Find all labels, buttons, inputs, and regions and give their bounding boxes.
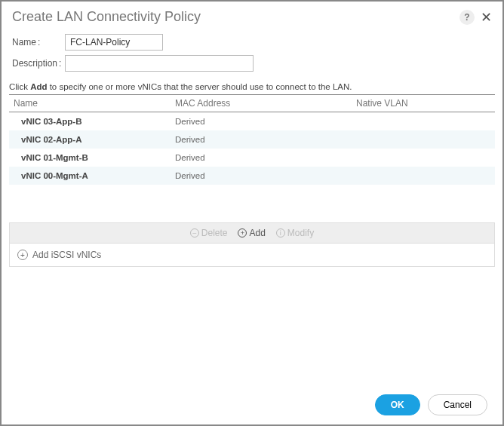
dialog-create-lan-policy: Create LAN Connectivity Policy ? ✕ Name … — [0, 0, 504, 426]
header-name[interactable]: Name — [9, 98, 175, 109]
add-iscsi-label: Add iSCSI vNICs — [32, 250, 101, 260]
instruction-text: Click Add to specify one or more vNICs t… — [2, 81, 502, 93]
cell-name: vNIC 02-App-A — [9, 135, 175, 144]
table-actions-bar: – Delete + Add i Modify — [9, 222, 495, 244]
description-row: Description — [12, 55, 492, 72]
close-icon[interactable]: ✕ — [481, 11, 492, 24]
dialog-footer: OK Cancel — [375, 394, 487, 415]
cell-name: vNIC 01-Mgmt-B — [9, 153, 175, 162]
name-input[interactable] — [65, 34, 163, 51]
dialog-title: Create LAN Connectivity Policy — [12, 9, 459, 25]
instruction-suffix: to specify one or more vNICs that the se… — [47, 82, 352, 91]
description-label: Description — [12, 58, 65, 69]
ok-button[interactable]: OK — [375, 394, 420, 415]
name-row: Name — [12, 34, 492, 51]
instruction-prefix: Click — [9, 82, 30, 91]
delete-icon: – — [190, 228, 199, 238]
cell-mac: Derived — [175, 135, 356, 144]
header-mac[interactable]: MAC Address — [175, 98, 356, 109]
cell-mac: Derived — [175, 171, 356, 180]
modify-button: i Modify — [276, 228, 314, 238]
add-label: Add — [249, 228, 265, 238]
vnic-table: Name MAC Address Native VLAN vNIC 03-App… — [9, 94, 495, 185]
plus-icon: + — [238, 228, 247, 238]
add-button[interactable]: + Add — [238, 228, 265, 238]
plus-icon: + — [17, 250, 28, 260]
cell-vlan — [356, 153, 495, 162]
cell-vlan — [356, 135, 495, 144]
table-row[interactable]: vNIC 01-Mgmt-B Derived — [9, 149, 495, 167]
table-row[interactable]: vNIC 03-App-B Derived — [9, 112, 495, 130]
cell-vlan — [356, 171, 495, 180]
cell-name: vNIC 00-Mgmt-A — [9, 171, 175, 180]
table-row[interactable]: vNIC 02-App-A Derived — [9, 130, 495, 149]
form-area: Name Description — [2, 29, 502, 81]
delete-button: – Delete — [190, 228, 228, 238]
delete-label: Delete — [201, 228, 228, 238]
instruction-bold: Add — [30, 82, 47, 91]
cell-vlan — [356, 117, 495, 126]
table-header-row: Name MAC Address Native VLAN — [9, 94, 495, 112]
modify-label: Modify — [287, 228, 314, 238]
dialog-header: Create LAN Connectivity Policy ? ✕ — [2, 2, 502, 29]
cell-name: vNIC 03-App-B — [9, 117, 175, 126]
add-iscsi-vnics-button[interactable]: + Add iSCSI vNICs — [9, 244, 495, 267]
cancel-button[interactable]: Cancel — [428, 394, 487, 415]
name-label: Name — [12, 37, 65, 48]
description-input[interactable] — [65, 55, 254, 72]
table-row[interactable]: vNIC 00-Mgmt-A Derived — [9, 167, 495, 185]
modify-icon: i — [276, 228, 285, 238]
header-vlan[interactable]: Native VLAN — [356, 98, 495, 109]
cell-mac: Derived — [175, 153, 356, 162]
cell-mac: Derived — [175, 117, 356, 126]
help-icon[interactable]: ? — [459, 10, 475, 25]
